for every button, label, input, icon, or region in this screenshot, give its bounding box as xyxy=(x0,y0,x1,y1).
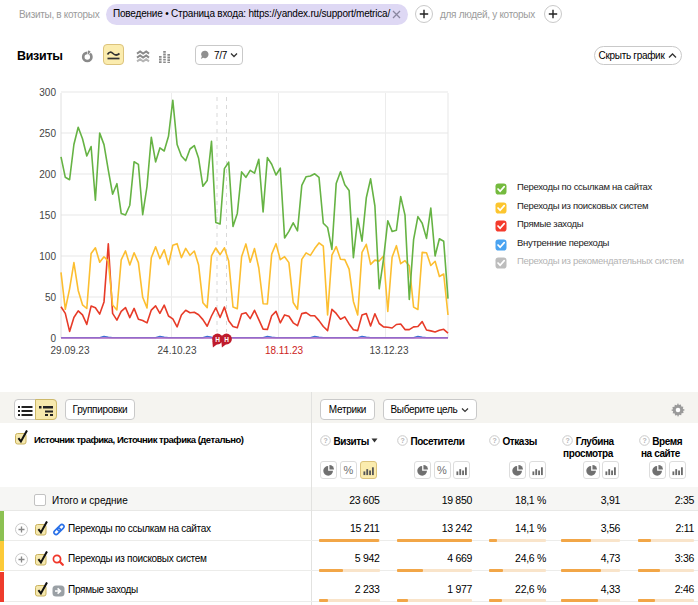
svg-text:?: ? xyxy=(401,437,405,444)
svg-text:?: ? xyxy=(324,437,328,444)
svg-text:18.11.23: 18.11.23 xyxy=(265,345,304,356)
svg-text:300: 300 xyxy=(39,87,56,98)
svg-text:0: 0 xyxy=(50,333,56,344)
svg-text:?: ? xyxy=(642,437,646,444)
svg-text:?: ? xyxy=(566,437,570,444)
svg-text:H: H xyxy=(215,336,220,343)
svg-text:24.10.23: 24.10.23 xyxy=(158,345,197,356)
svg-text:200: 200 xyxy=(39,169,56,180)
svg-text:100: 100 xyxy=(39,251,56,262)
svg-text:13.12.23: 13.12.23 xyxy=(370,345,409,356)
svg-text:50: 50 xyxy=(45,292,57,303)
svg-text:150: 150 xyxy=(39,210,56,221)
svg-text:29.09.23: 29.09.23 xyxy=(51,345,90,356)
svg-text:H: H xyxy=(224,336,229,343)
svg-text:?: ? xyxy=(493,437,497,444)
svg-text:250: 250 xyxy=(39,128,56,139)
